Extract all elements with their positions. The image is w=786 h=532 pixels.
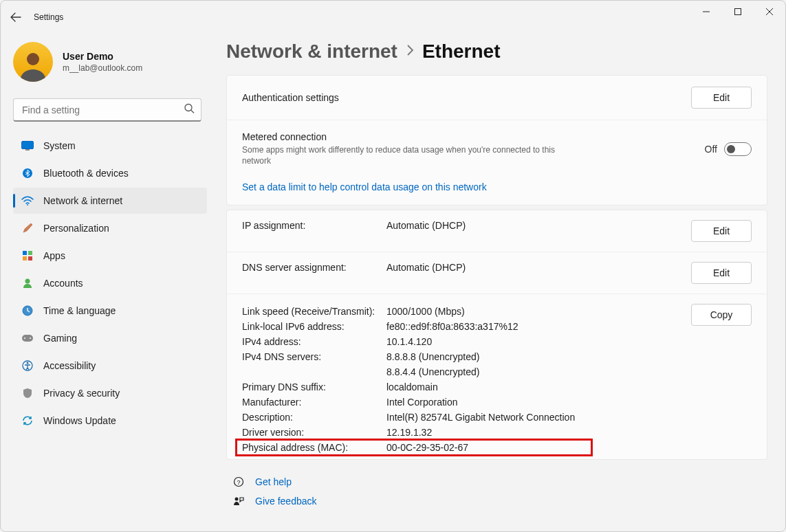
svg-point-3	[185, 104, 192, 111]
copy-button[interactable]: Copy	[691, 304, 752, 326]
network-info-block: Copy Link speed (Receive/Transmit):1000/…	[227, 294, 767, 459]
metered-subtitle: Some apps might work differently to redu…	[242, 144, 572, 166]
feedback-label: Give feedback	[255, 496, 317, 507]
nav-label: Gaming	[43, 333, 77, 344]
nav-time[interactable]: Time & language	[13, 298, 207, 324]
nav-privacy[interactable]: Privacy & security	[13, 380, 207, 406]
info-row: Link-local IPv6 address:fe80::ed9f:8f0a:…	[242, 319, 752, 334]
minimize-button[interactable]	[690, 1, 722, 23]
content: Network & internet Ethernet Authenticati…	[214, 34, 785, 531]
svg-rect-11	[23, 256, 27, 261]
info-key: Link-local IPv6 address:	[242, 321, 386, 332]
info-key	[242, 366, 386, 377]
svg-point-8	[27, 204, 28, 206]
svg-point-2	[27, 53, 39, 65]
info-row: Physical address (MAC):00-0C-29-35-02-67	[242, 440, 752, 455]
svg-point-22	[235, 498, 239, 501]
nav-personalization[interactable]: Personalization	[13, 215, 207, 241]
svg-line-4	[191, 111, 194, 113]
svg-point-16	[24, 337, 25, 339]
nav-bluetooth[interactable]: Bluetooth & devices	[13, 160, 207, 186]
search-icon	[184, 104, 195, 117]
info-val: 8.8.8.8 (Unencrypted)	[386, 351, 593, 362]
info-val: Intel Corporation	[386, 397, 593, 408]
sidebar: User Demo m__lab@outlook.com System Blue…	[1, 34, 214, 531]
dns-value: Automatic (DHCP)	[386, 262, 683, 273]
breadcrumb-parent[interactable]: Network & internet	[226, 41, 397, 63]
info-row: Manufacturer:Intel Corporation	[242, 395, 752, 410]
user-email: m__lab@outlook.com	[63, 63, 142, 73]
close-button[interactable]	[754, 1, 785, 23]
nav-update[interactable]: Windows Update	[13, 408, 207, 434]
metered-row: Metered connection Some apps might work …	[227, 120, 767, 177]
nav-label: Windows Update	[43, 415, 116, 426]
ip-label: IP assignment:	[242, 220, 386, 231]
info-key: Description:	[242, 412, 386, 423]
clock-icon	[21, 304, 34, 317]
bluetooth-icon	[21, 167, 34, 179]
svg-point-13	[25, 279, 30, 284]
update-icon	[21, 414, 34, 427]
info-row: 8.8.4.4 (Unencrypted)	[242, 364, 752, 379]
search-input[interactable]	[13, 98, 201, 122]
window-title: Settings	[34, 12, 63, 22]
dns-label: DNS server assignment:	[242, 262, 386, 273]
chevron-right-icon	[406, 44, 414, 59]
nav-label: Network & internet	[43, 195, 122, 206]
nav-gaming[interactable]: Gaming	[13, 325, 207, 351]
accessibility-icon	[21, 359, 34, 372]
info-val: fe80::ed9f:8f0a:8633:a317%12	[386, 321, 593, 332]
info-val: Intel(R) 82574L Gigabit Network Connecti…	[386, 412, 593, 423]
user-profile[interactable]: User Demo m__lab@outlook.com	[13, 39, 207, 94]
svg-text:?: ?	[237, 479, 240, 486]
titlebar: Settings	[1, 1, 785, 34]
svg-rect-10	[28, 251, 32, 255]
footer-links: ? Get help Give feedback	[226, 472, 767, 511]
data-limit-link[interactable]: Set a data limit to help control data us…	[227, 177, 502, 205]
apps-icon	[21, 250, 34, 262]
svg-point-19	[27, 362, 29, 364]
nav-label: Privacy & security	[43, 388, 120, 399]
breadcrumb: Network & internet Ethernet	[226, 41, 767, 63]
paintbrush-icon	[21, 222, 34, 234]
info-val: localdomain	[386, 381, 593, 392]
window-controls	[690, 1, 785, 23]
auth-row: Authentication settings Edit	[227, 76, 767, 120]
auth-edit-button[interactable]: Edit	[691, 87, 752, 109]
metered-toggle[interactable]	[724, 142, 752, 156]
search-box[interactable]	[13, 98, 201, 122]
info-key: Manufacturer:	[242, 397, 386, 408]
nav-label: Time & language	[43, 305, 116, 316]
info-val: 1000/1000 (Mbps)	[386, 306, 593, 317]
get-help-link[interactable]: ? Get help	[229, 472, 767, 491]
back-button[interactable]	[1, 1, 31, 34]
settings-panel-1: Authentication settings Edit Metered con…	[226, 75, 767, 206]
nav-label: Personalization	[43, 223, 109, 234]
settings-panel-2: IP assignment: Automatic (DHCP) Edit DNS…	[226, 210, 767, 460]
nav-label: Bluetooth & devices	[43, 168, 129, 179]
ip-edit-button[interactable]: Edit	[691, 220, 752, 242]
nav-network[interactable]: Network & internet	[13, 188, 207, 214]
info-key: Primary DNS suffix:	[242, 381, 386, 392]
nav-accounts[interactable]: Accounts	[13, 270, 207, 296]
monitor-icon	[21, 140, 34, 152]
info-val: 12.19.1.32	[386, 427, 593, 438]
help-icon: ?	[232, 476, 245, 487]
dns-edit-button[interactable]: Edit	[691, 262, 752, 284]
metered-toggle-label: Off	[705, 144, 717, 155]
nav-accessibility[interactable]: Accessibility	[13, 353, 207, 379]
info-val: 10.1.4.120	[386, 336, 593, 347]
person-icon	[21, 277, 34, 289]
maximize-button[interactable]	[722, 1, 754, 23]
ip-row: IP assignment: Automatic (DHCP) Edit	[227, 210, 767, 252]
feedback-link[interactable]: Give feedback	[229, 491, 767, 511]
user-name: User Demo	[63, 51, 142, 62]
info-val: 00-0C-29-35-02-67	[386, 442, 593, 453]
metered-title: Metered connection	[242, 131, 705, 142]
nav-system[interactable]: System	[13, 133, 207, 159]
info-key: IPv4 address:	[242, 336, 386, 347]
nav-apps[interactable]: Apps	[13, 243, 207, 269]
svg-point-17	[30, 337, 31, 339]
gamepad-icon	[21, 332, 34, 344]
svg-rect-12	[28, 256, 32, 261]
